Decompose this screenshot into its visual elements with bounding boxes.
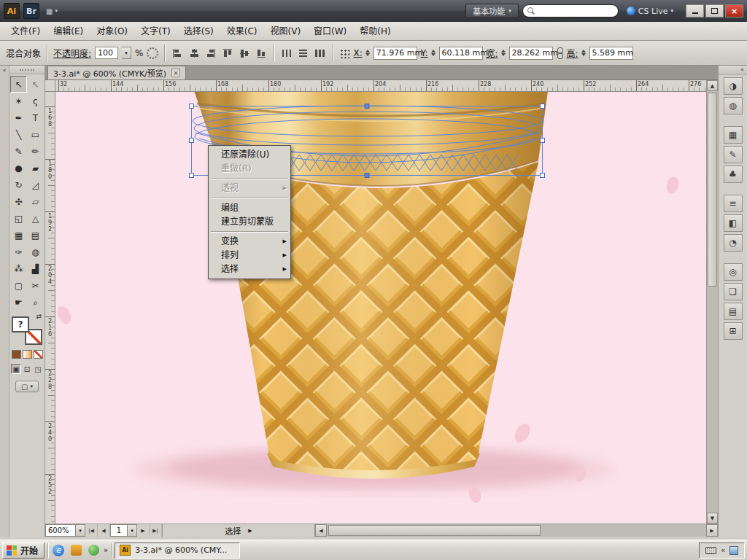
document-tab[interactable]: 3-3.ai* @ 600% (CMYK/预览) × [47, 66, 186, 79]
pencil-tool[interactable]: ✏ [27, 143, 44, 160]
paintbrush-tool[interactable]: ✎ [10, 143, 27, 160]
menu-file[interactable]: 文件(F) [4, 23, 47, 40]
scale-tool[interactable]: ◿ [27, 176, 44, 193]
eyedropper-tool[interactable]: ✑ [10, 244, 27, 260]
minimize-button[interactable] [686, 4, 704, 18]
mesh-tool[interactable]: ▦ [10, 227, 27, 244]
collapse-left-icon[interactable]: « [3, 67, 7, 74]
status-display[interactable]: 选择 ▶ [162, 524, 315, 537]
hscroll-thumb[interactable] [328, 525, 541, 536]
menu-edit[interactable]: 编辑(E) [47, 23, 90, 40]
height-stepper[interactable] [580, 47, 588, 60]
tray-app-icon[interactable] [729, 546, 738, 555]
panel-icon-color-guide[interactable]: ◍ [724, 97, 743, 114]
menu-select[interactable]: 选择(S) [177, 23, 220, 40]
panel-icon-swatches[interactable]: ▦ [724, 126, 743, 144]
tray-collapse-icon[interactable]: « [721, 546, 725, 554]
status-menu-arrow-icon[interactable]: ▶ [248, 528, 252, 534]
panel-icon-artboards[interactable]: ⊞ [724, 322, 743, 340]
horizontal-ruler[interactable]: 32 144 156 168 180 192 204 216 228 240 2… [55, 80, 706, 92]
align-horizontal-left-icon[interactable] [171, 48, 183, 58]
y-input[interactable]: 60.118 mm [439, 47, 483, 60]
blend-tool[interactable]: ◍ [27, 244, 44, 260]
cs-live-button[interactable]: CS Live▾ [622, 7, 678, 16]
menu-type[interactable]: 文字(T) [134, 23, 177, 40]
line-segment-tool[interactable]: ╲ [10, 126, 27, 143]
context-menu-item-transform[interactable]: 变换▶ [209, 235, 290, 249]
panel-icon-graphic-styles[interactable]: ❏ [724, 283, 743, 300]
menu-window[interactable]: 窗口(W) [307, 23, 353, 40]
panel-icon-symbols[interactable]: ♣ [724, 166, 743, 183]
width-stepper[interactable] [500, 47, 508, 60]
opacity-input[interactable]: 100 [95, 47, 118, 59]
canvas[interactable] [55, 92, 706, 524]
magic-wand-tool[interactable]: ✶ [10, 93, 27, 109]
distribute-center-icon[interactable] [298, 48, 309, 58]
none-button[interactable] [34, 350, 43, 359]
context-menu-item-group[interactable]: 编组 [209, 201, 290, 215]
panel-icon-gradient[interactable]: ◧ [724, 214, 743, 232]
reference-point-grid[interactable] [339, 48, 349, 58]
y-stepper[interactable] [430, 47, 438, 60]
first-artboard-button[interactable]: |◀ [85, 524, 98, 537]
menu-help[interactable]: 帮助(H) [353, 23, 397, 40]
perspective-grid-tool[interactable]: △ [27, 210, 44, 227]
panel-icon-stroke[interactable]: ≡ [724, 195, 743, 212]
draw-behind-mode-button[interactable]: ⊡ [22, 364, 32, 374]
width-tool[interactable]: ✣ [10, 193, 27, 210]
shape-builder-tool[interactable]: ◱ [10, 210, 27, 227]
distribute-right-icon[interactable] [314, 48, 326, 58]
panel-icon-layers[interactable]: ▤ [724, 303, 743, 320]
x-label[interactable]: X: [353, 48, 362, 58]
start-button[interactable]: 开始 [2, 542, 44, 559]
height-label[interactable]: 高: [567, 47, 578, 59]
panel-icon-brushes[interactable]: ✎ [724, 146, 743, 163]
lasso-tool[interactable]: ς [27, 93, 44, 109]
column-graph-tool[interactable]: ▟ [27, 260, 44, 277]
menu-view[interactable]: 视图(V) [263, 23, 307, 40]
quick-launch-item-2[interactable] [69, 543, 83, 558]
slice-tool[interactable]: ✂ [27, 277, 44, 294]
blob-brush-tool[interactable]: ● [10, 160, 27, 176]
vertical-scrollbar[interactable]: ▲ ▼ [706, 80, 718, 524]
task-button-illustrator[interactable]: Ai 3-3.ai* @ 600% (CMY... [115, 542, 240, 559]
dock-collapse-header[interactable]: « [719, 66, 747, 75]
restore-button[interactable] [705, 4, 724, 18]
vscroll-thumb[interactable] [708, 93, 717, 287]
ruler-origin-box[interactable] [45, 80, 55, 92]
constrain-proportions-icon[interactable] [557, 47, 563, 59]
quick-launch-browser[interactable]: e [51, 543, 66, 558]
vscroll-down-arrow[interactable]: ▼ [707, 513, 718, 524]
workspace-switcher[interactable]: 基本功能▾ [465, 4, 519, 18]
context-menu-item-undo-clear[interactable]: 还原清除(U) [209, 148, 290, 162]
hand-tool[interactable]: ☛ [10, 294, 27, 311]
align-vertical-top-icon[interactable] [222, 47, 233, 59]
context-menu-item-arrange[interactable]: 排列▶ [209, 249, 290, 262]
artboard-tool[interactable]: ▢ [10, 277, 27, 294]
distribute-left-icon[interactable] [281, 48, 293, 58]
y-label[interactable]: Y: [421, 48, 428, 58]
x-stepper[interactable] [364, 47, 372, 60]
screen-mode-button[interactable]: ▢▾ [15, 381, 39, 392]
zoom-level-input[interactable]: 600% [45, 524, 76, 537]
opacity-dropdown[interactable]: ▾ [122, 47, 131, 59]
artboard-dropdown[interactable]: ▾ [128, 524, 137, 537]
zoom-dropdown[interactable]: ▾ [76, 524, 85, 537]
align-horizontal-right-icon[interactable] [205, 48, 217, 58]
gradient-button[interactable] [23, 350, 32, 359]
tools-panel-header[interactable] [9, 66, 44, 74]
height-input[interactable]: 5.589 mm [589, 47, 633, 60]
free-transform-tool[interactable]: ▱ [27, 193, 44, 210]
align-vertical-center-icon[interactable] [239, 47, 249, 59]
hscroll-left-arrow[interactable]: ◀ [315, 524, 327, 537]
gradient-tool[interactable]: ▤ [27, 227, 44, 244]
color-button[interactable] [12, 350, 21, 359]
zoom-tool[interactable]: ⌕ [27, 294, 44, 311]
next-artboard-button[interactable]: ▶ [137, 524, 150, 537]
direct-selection-tool[interactable]: ↖ [27, 76, 44, 93]
rectangle-tool[interactable]: ▭ [27, 126, 44, 143]
fill-swatch[interactable]: ? [12, 316, 29, 332]
left-panel-collapse-strip[interactable]: « [0, 66, 9, 537]
prev-artboard-button[interactable]: ◀ [98, 524, 110, 537]
tab-close-icon[interactable]: × [171, 69, 180, 77]
